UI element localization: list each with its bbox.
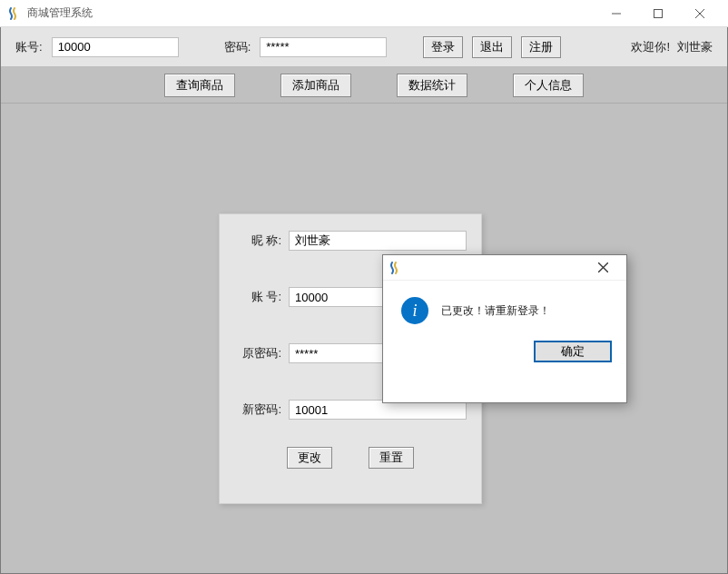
form-account-label: 账 号: [234,289,281,305]
old-password-label: 原密码: [234,345,281,361]
nav-profile[interactable]: 个人信息 [513,74,584,97]
register-button[interactable]: 注册 [521,36,561,58]
dialog-titlebar [383,255,626,281]
welcome-user: 刘世豪 [677,39,713,55]
dialog-message: 已更改！请重新登录！ [441,303,550,319]
work-area: 账号: 密码: 登录 退出 注册 欢迎你! 刘世豪 查询商品 添加商品 数据统计… [0,27,728,574]
change-button[interactable]: 更改 [287,447,332,469]
logout-button[interactable]: 退出 [472,36,512,58]
dialog-app-icon [389,261,403,275]
svg-rect-1 [654,9,663,17]
password-label: 密码: [224,39,251,55]
dialog-ok-button[interactable]: 确定 [534,341,612,362]
nav-query-goods[interactable]: 查询商品 [164,74,235,97]
dialog-close-button[interactable] [585,256,621,280]
login-button[interactable]: 登录 [423,36,463,58]
password-input[interactable] [260,37,387,57]
close-button[interactable] [679,0,721,27]
minimize-button[interactable] [595,0,637,27]
welcome-prefix: 欢迎你! [631,39,670,55]
account-label: 账号: [15,39,43,55]
app-icon [7,6,22,21]
nav-stats[interactable]: 数据统计 [397,74,467,97]
login-toolbar: 账号: 密码: 登录 退出 注册 欢迎你! 刘世豪 [1,27,727,67]
window-titlebar: 商城管理系统 [0,0,728,27]
nickname-label: 昵 称: [234,233,281,249]
reset-button[interactable]: 重置 [369,447,414,469]
maximize-button[interactable] [637,0,679,27]
nav-toolbar: 查询商品 添加商品 数据统计 个人信息 [1,67,727,104]
nav-add-goods[interactable]: 添加商品 [280,74,351,97]
info-icon: i [401,297,428,324]
new-password-label: 新密码: [234,401,281,418]
nickname-input[interactable] [289,231,467,251]
message-dialog: i 已更改！请重新登录！ 确定 [382,254,627,403]
window-title: 商城管理系统 [27,5,93,21]
account-input[interactable] [52,37,179,57]
